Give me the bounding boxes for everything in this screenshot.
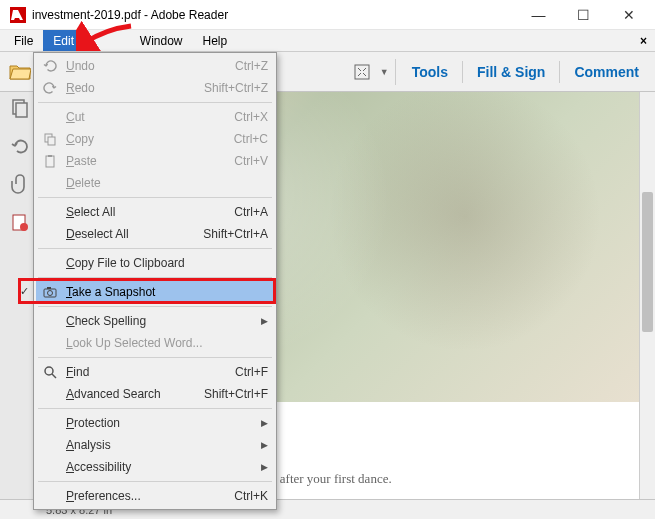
- menu-item-label: Redo: [66, 81, 95, 95]
- menu-item-protection[interactable]: Protection▶: [36, 412, 274, 434]
- menu-item-find[interactable]: FindCtrl+F: [36, 361, 274, 383]
- attachments-icon[interactable]: [10, 174, 30, 194]
- menu-item-label: Paste: [66, 154, 97, 168]
- menu-shortcut: Shift+Ctrl+F: [204, 387, 268, 401]
- app-icon: [10, 7, 26, 23]
- fill-sign-link[interactable]: Fill & Sign: [465, 58, 557, 86]
- menu-item-label: Find: [66, 365, 89, 379]
- menu-item-accessibility[interactable]: Accessibility▶: [36, 456, 274, 478]
- submenu-arrow-icon: ▶: [261, 418, 268, 428]
- menu-item-label: Analysis: [66, 438, 111, 452]
- scroll-thumb[interactable]: [642, 192, 653, 332]
- pages-panel-icon[interactable]: [10, 98, 30, 118]
- signatures-icon[interactable]: [10, 212, 30, 232]
- close-button[interactable]: ✕: [606, 1, 651, 29]
- menu-item-label: Check Spelling: [66, 314, 146, 328]
- menu-item-label: Preferences...: [66, 489, 141, 503]
- menu-item-label: Undo: [66, 59, 95, 73]
- svg-point-13: [45, 367, 53, 375]
- menu-item-label: Advanced Search: [66, 387, 161, 401]
- menu-item-label: Delete: [66, 176, 101, 190]
- menu-item-select-all[interactable]: Select AllCtrl+A: [36, 201, 274, 223]
- doc-close-button[interactable]: ×: [632, 30, 655, 51]
- menu-item-label: Take a Snapshot: [66, 285, 155, 299]
- svg-rect-1: [355, 65, 369, 79]
- svg-rect-12: [47, 287, 51, 289]
- menu-item-advanced-search[interactable]: Advanced SearchShift+Ctrl+F: [36, 383, 274, 405]
- menu-separator: [38, 481, 272, 482]
- menu-shortcut: Ctrl+C: [234, 132, 268, 146]
- menu-item-label: Copy: [66, 132, 94, 146]
- menu-item-label: Look Up Selected Word...: [66, 336, 203, 350]
- edit-menu-dropdown: UndoCtrl+ZRedoShift+Ctrl+ZCutCtrl+XCopyC…: [33, 52, 277, 510]
- svg-rect-9: [48, 155, 52, 157]
- page-fit-button[interactable]: [347, 57, 377, 87]
- menu-shortcut: Ctrl+Z: [235, 59, 268, 73]
- menu-file[interactable]: File: [4, 30, 43, 51]
- undo-panel-icon[interactable]: [10, 136, 30, 156]
- menu-item-paste: PasteCtrl+V: [36, 150, 274, 172]
- menu-item-redo: RedoShift+Ctrl+Z: [36, 77, 274, 99]
- search-icon: [43, 365, 57, 379]
- menu-item-undo: UndoCtrl+Z: [36, 55, 274, 77]
- menu-window[interactable]: Window: [130, 30, 193, 51]
- svg-point-11: [48, 291, 53, 296]
- camera-icon: [43, 285, 57, 299]
- menu-shortcut: Ctrl+V: [234, 154, 268, 168]
- menu-shortcut: Ctrl+K: [234, 489, 268, 503]
- menu-separator: [38, 408, 272, 409]
- menu-shortcut: Ctrl+F: [235, 365, 268, 379]
- menu-item-copy-file-to-clipboard[interactable]: Copy File to Clipboard: [36, 252, 274, 274]
- menu-item-label: Copy File to Clipboard: [66, 256, 185, 270]
- menu-shortcut: Ctrl+X: [234, 110, 268, 124]
- paste-icon: [43, 154, 57, 168]
- menu-separator: [38, 248, 272, 249]
- menu-item-look-up-selected-word: Look Up Selected Word...: [36, 332, 274, 354]
- menu-item-cut: CutCtrl+X: [36, 106, 274, 128]
- menu-item-label: Protection: [66, 416, 120, 430]
- menu-item-label: Deselect All: [66, 227, 129, 241]
- svg-rect-7: [48, 137, 55, 145]
- menu-shortcut: Shift+Ctrl+Z: [204, 81, 268, 95]
- window-title: investment-2019.pdf - Adobe Reader: [32, 8, 516, 22]
- submenu-arrow-icon: ▶: [261, 440, 268, 450]
- menu-separator: [38, 102, 272, 103]
- menu-shortcut: Shift+Ctrl+A: [203, 227, 268, 241]
- menu-item-label: Cut: [66, 110, 85, 124]
- maximize-button[interactable]: ☐: [561, 1, 606, 29]
- menu-item-preferences[interactable]: Preferences...Ctrl+K: [36, 485, 274, 507]
- submenu-arrow-icon: ▶: [261, 462, 268, 472]
- comment-link[interactable]: Comment: [562, 58, 651, 86]
- svg-rect-3: [16, 103, 27, 117]
- dropdown-arrow-icon[interactable]: ▼: [380, 67, 389, 77]
- svg-point-5: [20, 223, 28, 231]
- menu-separator: [38, 357, 272, 358]
- menu-help[interactable]: Help: [193, 30, 238, 51]
- menu-item-take-a-snapshot[interactable]: ✓Take a Snapshot: [36, 281, 274, 303]
- menu-separator: [38, 306, 272, 307]
- menu-edit[interactable]: Edit: [43, 30, 84, 51]
- menu-item-deselect-all[interactable]: Deselect AllShift+Ctrl+A: [36, 223, 274, 245]
- menubar: File Edit View Window Help ×: [0, 30, 655, 52]
- tools-link[interactable]: Tools: [400, 58, 460, 86]
- menu-separator: [38, 277, 272, 278]
- svg-rect-8: [46, 156, 54, 167]
- submenu-arrow-icon: ▶: [261, 316, 268, 326]
- minimize-button[interactable]: —: [516, 1, 561, 29]
- menu-item-label: Select All: [66, 205, 115, 219]
- undo-icon: [43, 59, 57, 73]
- menu-shortcut: Ctrl+A: [234, 205, 268, 219]
- menu-item-copy: CopyCtrl+C: [36, 128, 274, 150]
- menu-item-check-spelling[interactable]: Check Spelling▶: [36, 310, 274, 332]
- copy-icon: [43, 132, 57, 146]
- check-icon: ✓: [20, 285, 29, 298]
- redo-icon: [43, 81, 57, 95]
- menu-item-delete: Delete: [36, 172, 274, 194]
- menu-item-label: Accessibility: [66, 460, 131, 474]
- menu-separator: [38, 197, 272, 198]
- titlebar: investment-2019.pdf - Adobe Reader — ☐ ✕: [0, 0, 655, 30]
- vertical-scrollbar[interactable]: [639, 92, 655, 499]
- menu-item-analysis[interactable]: Analysis▶: [36, 434, 274, 456]
- open-button[interactable]: [5, 57, 35, 87]
